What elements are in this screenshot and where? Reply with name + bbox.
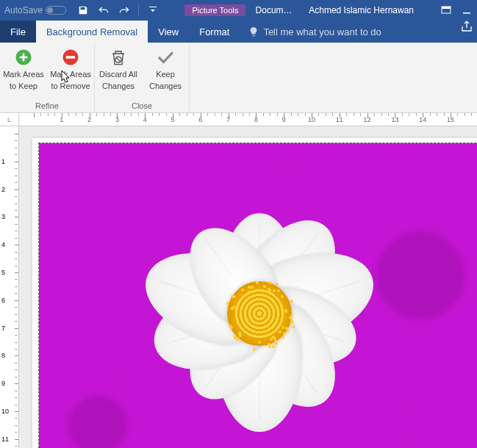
- document-name: Docum…: [256, 5, 293, 15]
- keep-label-1: Keep: [156, 69, 175, 79]
- contextual-tab-label[interactable]: Picture Tools: [184, 4, 245, 16]
- quick-access-toolbar: [76, 4, 159, 17]
- document-area[interactable]: [19, 126, 477, 448]
- window-controls: [436, 1, 477, 19]
- svg-rect-5: [66, 56, 75, 59]
- ruler-corner[interactable]: L: [0, 113, 19, 126]
- autosave-toggle-icon[interactable]: [46, 6, 66, 15]
- horizontal-ruler[interactable]: 123456789101112131415: [19, 113, 477, 126]
- selected-image[interactable]: [38, 142, 477, 448]
- ribbon: Mark Areas to Keep Mark Areas to Remove …: [0, 43, 477, 113]
- tell-me-input[interactable]: [263, 26, 387, 37]
- qat-customize-icon[interactable]: [146, 4, 159, 17]
- share-icon[interactable]: [461, 21, 473, 43]
- tab-format[interactable]: Format: [189, 21, 240, 43]
- ribbon-tabs: File Background Removal View Format: [0, 21, 477, 43]
- qat-separator: [138, 4, 139, 16]
- autosave-label: AutoSave: [4, 5, 43, 15]
- user-name[interactable]: Achmed Islamic Hernawan: [309, 5, 414, 15]
- minimize-icon[interactable]: [456, 1, 477, 19]
- svg-rect-1: [442, 7, 451, 9]
- redo-icon[interactable]: [118, 4, 131, 17]
- keep-label-2: Changes: [149, 81, 182, 91]
- discard-all-changes-button[interactable]: Discard All Changes: [95, 43, 142, 100]
- background-removal-overlay: [39, 143, 477, 448]
- mark-keep-label-2: to Keep: [10, 81, 37, 91]
- discard-label-2: Changes: [102, 81, 135, 91]
- mark-keep-label-1: Mark Areas: [3, 69, 44, 79]
- tab-file[interactable]: File: [0, 21, 36, 43]
- autosave-control[interactable]: AutoSave: [4, 5, 66, 15]
- flower-foreground: [127, 181, 392, 446]
- mark-remove-icon: [60, 47, 81, 68]
- ribbon-display-options-icon[interactable]: [436, 1, 456, 19]
- mark-remove-label-2: to Remove: [51, 81, 90, 91]
- mark-keep-icon: [13, 47, 34, 68]
- page: [32, 138, 477, 448]
- discard-icon: [108, 47, 129, 68]
- lightbulb-icon: [248, 26, 259, 37]
- title-bar: AutoSave Picture Tools Docum… Achmed Isl…: [0, 0, 477, 21]
- mark-areas-to-remove-button[interactable]: Mark Areas to Remove: [47, 43, 94, 100]
- group-close: Discard All Changes Keep Changes Close: [95, 43, 190, 112]
- tab-background-removal[interactable]: Background Removal: [36, 21, 148, 43]
- group-refine: Mark Areas to Keep Mark Areas to Remove …: [0, 43, 95, 112]
- discard-label-1: Discard All: [99, 69, 137, 79]
- svg-rect-2: [463, 12, 470, 14]
- tell-me-search[interactable]: [248, 21, 461, 43]
- mark-remove-label-1: Mark Areas: [50, 69, 91, 79]
- group-label-close: Close: [95, 100, 189, 112]
- undo-icon[interactable]: [97, 4, 110, 17]
- group-label-refine: Refine: [0, 100, 94, 112]
- save-icon[interactable]: [76, 4, 90, 17]
- flower-center: [227, 281, 292, 346]
- vertical-ruler[interactable]: 1234567891011: [0, 126, 19, 448]
- mark-areas-to-keep-button[interactable]: Mark Areas to Keep: [0, 43, 47, 100]
- tab-view[interactable]: View: [148, 21, 189, 43]
- keep-changes-button[interactable]: Keep Changes: [142, 43, 189, 100]
- keep-icon: [155, 47, 176, 68]
